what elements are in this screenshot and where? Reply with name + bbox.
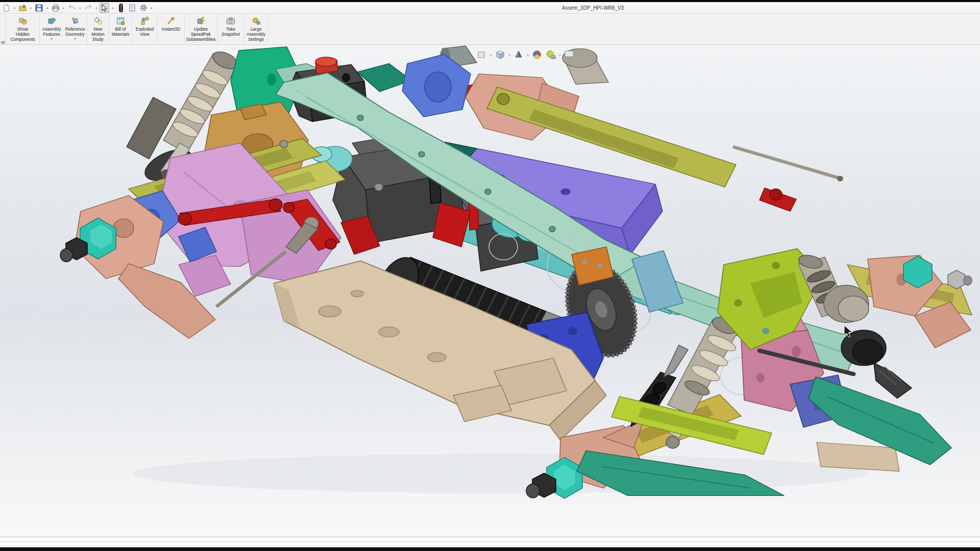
exploded-view-icon	[140, 16, 150, 26]
display-style-flyout-arrow[interactable]: ▾	[526, 53, 529, 57]
reference-geometry-button[interactable]: Reference Geometry ▾	[63, 14, 87, 45]
select-cursor-icon	[101, 4, 108, 12]
reference-geometry-icon	[70, 16, 80, 26]
take-snapshot-icon	[226, 16, 235, 26]
open-flyout-arrow[interactable]: ▾	[29, 6, 33, 10]
bill-of-materials-button[interactable]: Bill of Materials	[109, 14, 132, 45]
rebuild-traffic-light-icon	[118, 4, 124, 12]
clipped-button-label: nt	[1, 40, 5, 45]
new-motion-study-button[interactable]: New Motion Study	[87, 14, 109, 45]
new-motion-study-icon	[93, 16, 103, 26]
save-flyout-arrow[interactable]: ▾	[45, 6, 49, 10]
update-speedpak-icon	[197, 16, 206, 26]
window-bottom-edge	[0, 547, 980, 551]
view-orientation-button[interactable]	[494, 49, 506, 60]
quick-access-toolbar: ▾ ▾ ▾	[0, 3, 153, 13]
edit-appearance-icon	[532, 49, 542, 60]
print-button[interactable]	[51, 3, 60, 13]
section-view-button[interactable]	[476, 49, 488, 60]
window-title: Assem_3DP_HPI-WR8_V3	[562, 2, 624, 14]
edit-appearance-button[interactable]	[531, 49, 543, 60]
view-settings-button[interactable]	[563, 49, 575, 60]
view-orientation-flyout-arrow[interactable]: ▾	[508, 53, 511, 57]
show-hidden-components-icon	[18, 16, 28, 26]
file-properties-icon	[129, 4, 136, 12]
redo-button[interactable]	[83, 3, 93, 13]
assembly-features-flyout-arrow[interactable]: ▾	[51, 37, 52, 40]
status-bar-upper	[0, 537, 980, 542]
save-icon	[35, 4, 43, 12]
title-bar: ▾ ▾ ▾	[0, 2, 980, 14]
new-document-button[interactable]	[2, 3, 11, 13]
instant3d-button[interactable]: Instant3D	[158, 14, 185, 45]
clipped-toolbar-button[interactable]: nt	[0, 14, 6, 45]
redo-flyout-arrow[interactable]: ▾	[94, 6, 98, 10]
apply-scene-flyout-arrow[interactable]: ▾	[558, 53, 561, 57]
new-document-icon	[3, 4, 10, 12]
print-icon	[52, 4, 60, 12]
assembly-model[interactable]	[0, 45, 980, 537]
select-flyout-arrow[interactable]: ▾	[111, 6, 114, 10]
large-assembly-settings-icon	[252, 16, 261, 26]
command-manager: nt Show Hidden Components Assembly F	[0, 14, 980, 45]
view-settings-icon	[564, 50, 574, 59]
rebuild-button[interactable]	[116, 3, 126, 13]
assembly-features-icon	[47, 16, 56, 26]
options-button[interactable]	[138, 3, 148, 13]
take-snapshot-button[interactable]: Take Snapshot	[217, 14, 244, 45]
status-bar-lower	[0, 542, 980, 547]
view-settings-flyout-arrow[interactable]: ▾	[577, 53, 580, 57]
select-tool-button[interactable]	[100, 3, 109, 13]
options-gear-icon	[139, 4, 148, 12]
section-view-flyout-arrow[interactable]: ▾	[489, 53, 493, 57]
display-style-button[interactable]	[512, 49, 525, 60]
bill-of-materials-icon	[116, 16, 125, 26]
section-view-icon	[477, 51, 486, 59]
undo-button[interactable]	[67, 3, 77, 13]
print-flyout-arrow[interactable]: ▾	[62, 6, 65, 10]
assembly-features-button[interactable]: Assembly Features ▾	[40, 14, 63, 45]
undo-icon	[68, 4, 76, 11]
undo-flyout-arrow[interactable]: ▾	[78, 6, 82, 10]
graphics-viewport[interactable]: ▾ ▾ ▾	[0, 45, 980, 537]
view-orientation-cube-icon	[495, 49, 505, 60]
update-speedpak-button[interactable]: Update SpeedPak Subassemblies	[185, 14, 217, 45]
show-hidden-components-button[interactable]: Show Hidden Components	[6, 14, 40, 45]
save-button[interactable]	[34, 3, 44, 13]
display-style-icon	[513, 50, 524, 59]
large-assembly-settings-button[interactable]: Large Assembly Settings	[244, 14, 268, 45]
heads-up-view-toolbar: ▾ ▾ ▾	[476, 49, 580, 60]
apply-scene-button[interactable]	[545, 49, 557, 60]
open-button[interactable]	[18, 3, 28, 13]
redo-icon	[84, 4, 92, 11]
exploded-view-button[interactable]: Exploded View	[132, 14, 158, 45]
solidworks-window: ▾ ▾ ▾	[0, 0, 980, 551]
apply-scene-icon	[546, 49, 556, 60]
open-icon	[19, 4, 27, 12]
reference-geometry-flyout-arrow[interactable]: ▾	[74, 37, 76, 40]
new-document-flyout-arrow[interactable]: ▾	[13, 6, 16, 10]
file-properties-button[interactable]	[127, 3, 137, 13]
instant3d-icon	[166, 16, 176, 26]
options-flyout-arrow[interactable]: ▾	[150, 6, 153, 10]
